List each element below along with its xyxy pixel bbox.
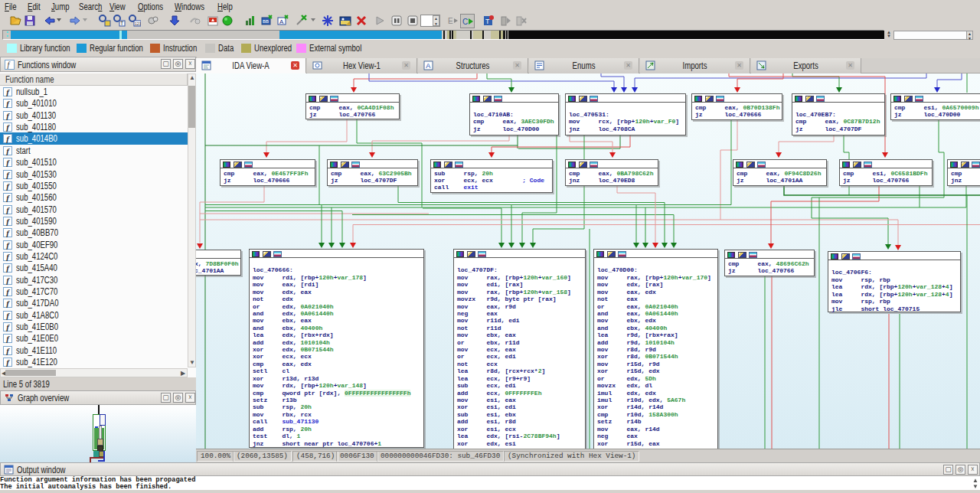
- svg-text:E: E: [448, 17, 453, 25]
- svg-text:BB: BB: [263, 19, 269, 24]
- svg-text:123: 123: [135, 21, 141, 26]
- svg-text:C: C: [462, 18, 468, 26]
- svg-text:T: T: [485, 18, 490, 25]
- svg-text:T: T: [120, 21, 124, 26]
- svg-text:A: A: [279, 18, 284, 25]
